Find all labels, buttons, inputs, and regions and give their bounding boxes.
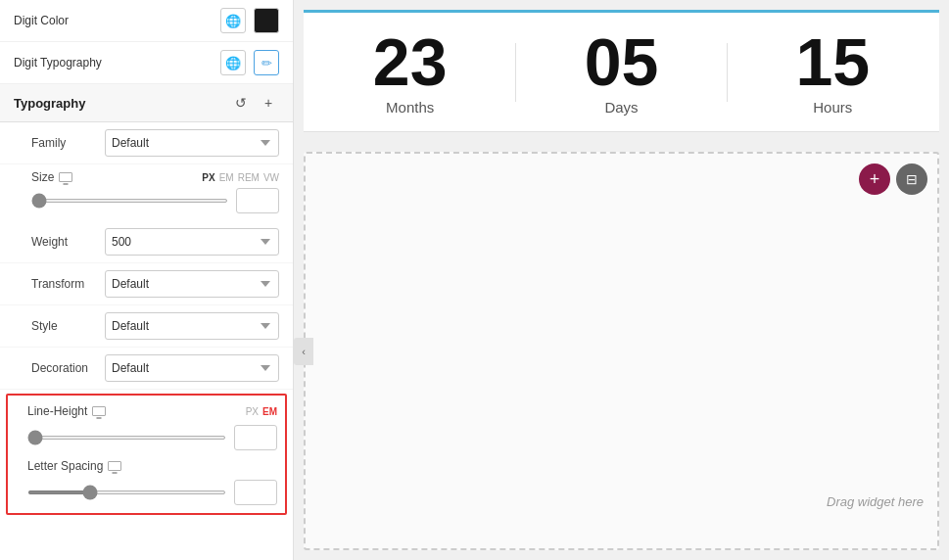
style-row: Style Default bbox=[0, 305, 293, 348]
size-unit-em[interactable]: EM bbox=[219, 172, 234, 183]
family-label: Family bbox=[31, 136, 105, 150]
square-icon: ⊟ bbox=[906, 171, 918, 187]
line-height-unit-em[interactable]: EM bbox=[262, 406, 277, 417]
family-row: Family Default bbox=[0, 122, 293, 164]
letter-spacing-monitor-icon bbox=[108, 461, 121, 471]
widget-menu-button[interactable]: ⊟ bbox=[896, 163, 927, 195]
right-area: 23 Months 05 Days 15 Hours ‹ + ⊟ Drag wi… bbox=[294, 0, 949, 560]
add-widget-button[interactable]: + bbox=[859, 163, 890, 195]
digit-color-globe-icon[interactable]: 🌐 bbox=[220, 8, 246, 33]
typography-header: Typography ↺ + bbox=[0, 84, 293, 122]
drop-area-actions: + ⊟ bbox=[859, 163, 927, 195]
line-height-unit-px[interactable]: PX bbox=[246, 406, 259, 417]
size-unit-rem[interactable]: REM bbox=[238, 172, 260, 183]
line-height-slider[interactable] bbox=[27, 436, 226, 440]
letter-spacing-row: Letter Spacing bbox=[8, 454, 285, 478]
digit-color-label: Digit Color bbox=[14, 14, 213, 27]
transform-label: Transform bbox=[31, 277, 105, 291]
digit-color-swatch[interactable] bbox=[254, 8, 279, 33]
digit-typography-edit-icon[interactable]: ✏ bbox=[254, 50, 279, 75]
digit-typography-globe-icon[interactable]: 🌐 bbox=[220, 50, 246, 75]
left-panel: Digit Color 🌐 Digit Typography 🌐 ✏ Typog… bbox=[0, 0, 294, 560]
plus-icon: + bbox=[870, 169, 880, 190]
size-row: Size PX EM REM VW bbox=[0, 164, 293, 221]
hours-value: 15 bbox=[783, 28, 881, 95]
countdown-widget: 23 Months 05 Days 15 Hours bbox=[304, 10, 939, 132]
drop-text: Drag widget here bbox=[827, 494, 924, 509]
letter-spacing-label: Letter Spacing bbox=[27, 459, 103, 473]
size-input[interactable] bbox=[236, 188, 279, 213]
letter-spacing-slider-row bbox=[8, 478, 285, 509]
drop-area: ‹ + ⊟ Drag widget here bbox=[304, 152, 939, 550]
countdown-days: 05 Days bbox=[572, 28, 670, 116]
size-unit-vw[interactable]: VW bbox=[263, 172, 279, 183]
size-unit-px[interactable]: PX bbox=[202, 172, 214, 183]
family-select[interactable]: Default bbox=[105, 129, 279, 157]
letter-spacing-input[interactable] bbox=[234, 480, 277, 505]
digit-typography-label: Digit Typography bbox=[14, 56, 213, 70]
decoration-row: Decoration Default bbox=[0, 348, 293, 390]
decoration-select[interactable]: Default bbox=[105, 354, 279, 382]
transform-row: Transform Default bbox=[0, 263, 293, 305]
style-label: Style bbox=[31, 319, 105, 333]
size-unit-links: PX EM REM VW bbox=[202, 172, 279, 183]
letter-spacing-slider[interactable] bbox=[27, 490, 226, 494]
weight-label: Weight bbox=[31, 235, 105, 249]
size-slider[interactable] bbox=[31, 199, 228, 203]
hours-label: Hours bbox=[783, 99, 881, 116]
digit-typography-row: Digit Typography 🌐 ✏ bbox=[0, 42, 293, 84]
countdown-months: 23 Months bbox=[361, 28, 459, 116]
typography-add-icon[interactable]: + bbox=[258, 92, 279, 114]
highlight-section: Line-Height PX EM Letter Spacing bbox=[6, 394, 287, 515]
countdown-divider-2 bbox=[727, 43, 728, 102]
decoration-label: Decoration bbox=[31, 361, 105, 375]
line-height-label: Line-Height bbox=[27, 404, 87, 418]
line-height-monitor-icon bbox=[92, 406, 106, 416]
line-height-slider-row bbox=[8, 423, 285, 454]
countdown-hours: 15 Hours bbox=[783, 28, 881, 116]
typography-title: Typography bbox=[14, 96, 230, 111]
weight-select[interactable]: 500 bbox=[105, 228, 279, 256]
line-height-input[interactable] bbox=[234, 425, 277, 450]
collapse-arrow[interactable]: ‹ bbox=[294, 338, 313, 365]
months-label: Months bbox=[361, 99, 459, 116]
days-value: 05 bbox=[572, 28, 670, 95]
line-height-row: Line-Height PX EM bbox=[8, 399, 285, 423]
style-select[interactable]: Default bbox=[105, 312, 279, 340]
typography-header-icons: ↺ + bbox=[230, 92, 279, 114]
typography-reset-icon[interactable]: ↺ bbox=[230, 92, 252, 114]
days-label: Days bbox=[572, 99, 670, 116]
digit-color-row: Digit Color 🌐 bbox=[0, 0, 293, 42]
transform-select[interactable]: Default bbox=[105, 270, 279, 298]
size-label-text: Size bbox=[31, 170, 54, 184]
size-monitor-icon bbox=[59, 172, 72, 182]
weight-row: Weight 500 bbox=[0, 221, 293, 263]
line-height-units: PX EM bbox=[246, 406, 277, 417]
countdown-divider-1 bbox=[515, 43, 516, 102]
months-value: 23 bbox=[361, 28, 459, 95]
